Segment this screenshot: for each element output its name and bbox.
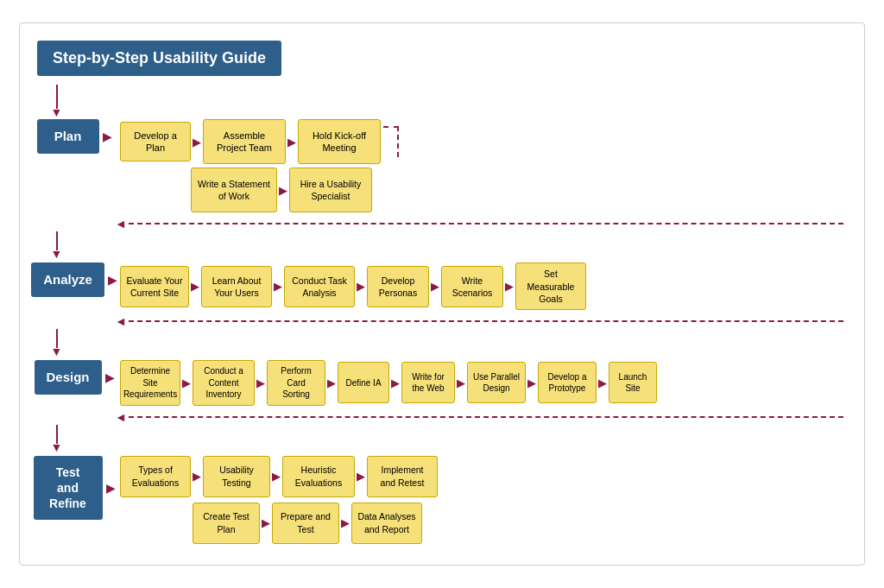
design-tasks: Determine Site Requirements ▶ Conduct a … xyxy=(115,360,843,406)
dashed-line-design xyxy=(129,416,843,418)
design-arrow: ▶ xyxy=(105,370,115,384)
task-statement: Write a Statement of Work xyxy=(191,168,277,212)
task-measurable-goals: Set Measurable Goals xyxy=(515,262,586,310)
plan-tasks: Develop a Plan ▶ Assemble Project Team ▶… xyxy=(115,119,843,212)
task-content-inv: Conduct a Content Inventory xyxy=(193,360,255,406)
design-phase: Design ▶ Determine Site Requirements ▶ C… xyxy=(37,360,843,406)
return-arrow-analyze: ◄ xyxy=(115,314,127,328)
dashed-line-analyze xyxy=(129,320,843,322)
task-launch: Launch Site xyxy=(609,362,657,403)
plan-phase: Plan ▶ Develop a Plan ▶ Assemble Project… xyxy=(37,119,843,212)
task-data-analyses: Data Analyses and Report xyxy=(351,503,422,544)
arr2: ▶ xyxy=(287,136,296,149)
task-parallel: Use Parallel Design xyxy=(467,362,526,403)
analyze-return: ◄ xyxy=(37,313,843,329)
task-hire: Hire a Usability Specialist xyxy=(289,168,372,212)
task-develop-plan: Develop a Plan xyxy=(120,122,191,161)
task-types-eval: Types of Evaluations xyxy=(120,456,191,497)
arr1: ▶ xyxy=(193,136,201,149)
task-create-test: Create Test Plan xyxy=(193,503,260,544)
design-return: ◄ xyxy=(37,409,843,425)
arr3: ▶ xyxy=(279,184,287,197)
task-implement-retest: Implement and Retest xyxy=(367,456,438,497)
task-scenarios: Write Scenarios xyxy=(441,266,503,307)
task-site-req: Determine Site Requirements xyxy=(120,360,180,406)
diagram-title: Step-by-Step Usability Guide xyxy=(37,41,281,76)
plan-return: ◄ xyxy=(37,216,843,231)
task-heuristic: Heuristic Evaluations xyxy=(282,456,355,497)
test-label: Test and Refine xyxy=(34,456,103,521)
plan-arrow: ▶ xyxy=(103,130,112,143)
analyze-label: Analyze xyxy=(31,262,104,297)
test-arrow: ▶ xyxy=(106,481,116,495)
plan-label: Plan xyxy=(37,119,99,154)
dashed-line-plan xyxy=(129,223,843,224)
task-learn-users: Learn About Your Users xyxy=(201,266,272,307)
task-personas: Develop Personas xyxy=(367,266,429,307)
task-prepare-test: Prepare and Test xyxy=(272,503,339,544)
task-define-ia: Define IA xyxy=(338,362,389,403)
return-arrow-plan: ◄ xyxy=(115,217,127,231)
task-eval-site: Evaluate Your Current Site xyxy=(120,266,189,307)
task-assemble-team: Assemble Project Team xyxy=(203,119,286,164)
diagram-container: Step-by-Step Usability Guide ▼ Plan ▶ De… xyxy=(19,22,865,565)
design-label: Design xyxy=(35,360,102,395)
task-usability-testing: Usability Testing xyxy=(203,456,270,497)
test-phase: Test and Refine ▶ Types of Evaluations ▶… xyxy=(37,456,843,544)
task-write-web: Write for the Web xyxy=(401,362,455,403)
task-prototype: Develop a Prototype xyxy=(538,362,597,403)
task-task-analysis: Conduct Task Analysis xyxy=(284,266,355,307)
test-tasks: Types of Evaluations ▶ Usability Testing… xyxy=(115,456,843,544)
analyze-phase: Analyze ▶ Evaluate Your Current Site ▶ L… xyxy=(37,262,843,310)
analyze-tasks: Evaluate Your Current Site ▶ Learn About… xyxy=(115,262,843,310)
task-card-sort: Perform Card Sorting xyxy=(267,360,325,406)
task-kickoff: Hold Kick-off Meeting xyxy=(298,119,381,164)
return-arrow-design: ◄ xyxy=(115,410,127,424)
